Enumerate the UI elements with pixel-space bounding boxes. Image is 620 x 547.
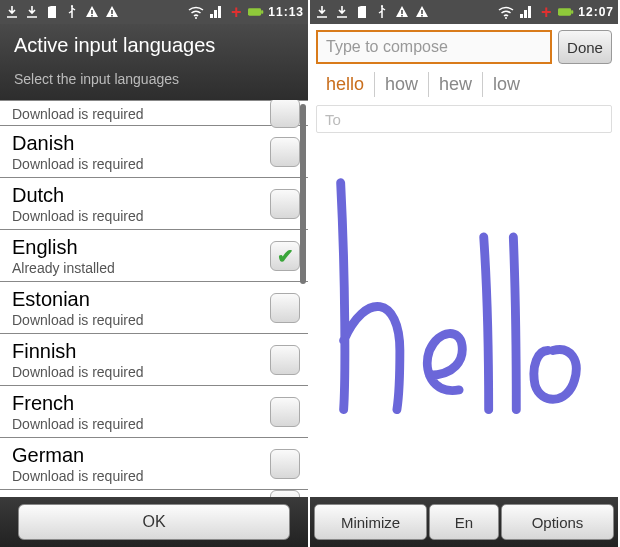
warning-icon xyxy=(394,4,410,20)
list-item[interactable]: Finnish Download is required xyxy=(0,334,308,386)
minimize-button[interactable]: Minimize xyxy=(314,504,427,540)
list-item-sub: Download is required xyxy=(12,106,270,122)
checkbox[interactable] xyxy=(270,490,300,497)
wifi-icon xyxy=(498,4,514,20)
svg-point-8 xyxy=(381,5,383,7)
download-icon xyxy=(24,4,40,20)
svg-rect-1 xyxy=(91,10,93,14)
list-item[interactable]: Download is required xyxy=(0,100,308,126)
list-item-name: English xyxy=(12,236,270,258)
list-item-sub: Download is required xyxy=(12,468,270,484)
list-item-name: Finnish xyxy=(12,340,270,362)
signal-icon xyxy=(518,4,534,20)
scrollbar[interactable] xyxy=(300,104,306,284)
to-field[interactable]: To xyxy=(316,105,612,133)
list-item[interactable]: Greek xyxy=(0,490,308,497)
list-item-name: Dutch xyxy=(12,184,270,206)
svg-rect-2 xyxy=(91,15,93,17)
battery-icon xyxy=(558,4,574,20)
suggestion-bar: hello how hew low xyxy=(310,70,618,99)
checkbox[interactable] xyxy=(270,241,300,271)
compose-input[interactable]: Type to compose xyxy=(316,30,552,64)
download-icon xyxy=(314,4,330,20)
checkbox[interactable] xyxy=(270,345,300,375)
checkbox[interactable] xyxy=(270,449,300,479)
list-item[interactable]: Danish Download is required xyxy=(0,126,308,178)
dialog-subtitle: Select the input languages xyxy=(14,71,294,87)
checkbox[interactable] xyxy=(270,100,300,128)
status-bar-left: + 11:13 xyxy=(0,0,308,24)
list-item-name: Estonian xyxy=(12,288,270,310)
checkbox[interactable] xyxy=(270,189,300,219)
checkbox[interactable] xyxy=(270,293,300,323)
suggestion[interactable]: how xyxy=(375,72,429,97)
signal-icon xyxy=(208,4,224,20)
download-icon xyxy=(4,4,20,20)
svg-rect-12 xyxy=(421,15,423,17)
ok-button[interactable]: OK xyxy=(18,504,289,540)
wifi-icon xyxy=(188,4,204,20)
handwriting-canvas[interactable] xyxy=(310,133,618,497)
compose-row: Type to compose Done xyxy=(310,24,618,70)
options-button[interactable]: Options xyxy=(501,504,614,540)
svg-rect-14 xyxy=(558,8,571,15)
dialog-header: Active input languages Select the input … xyxy=(0,24,308,100)
download-icon xyxy=(334,4,350,20)
svg-rect-4 xyxy=(111,15,113,17)
usb-icon xyxy=(374,4,390,20)
svg-rect-6 xyxy=(248,8,261,15)
list-item-sub: Download is required xyxy=(12,312,270,328)
svg-rect-3 xyxy=(111,10,113,14)
battery-icon xyxy=(248,4,264,20)
list-item-sub: Download is required xyxy=(12,364,270,380)
ime-bottom-bar: Minimize En Options xyxy=(310,497,618,547)
svg-point-0 xyxy=(71,5,73,7)
usb-icon xyxy=(64,4,80,20)
checkbox[interactable] xyxy=(270,397,300,427)
list-item-name: German xyxy=(12,444,270,466)
language-list[interactable]: Download is required Danish Download is … xyxy=(0,100,308,497)
list-item[interactable]: Dutch Download is required xyxy=(0,178,308,230)
list-item[interactable]: French Download is required xyxy=(0,386,308,438)
left-phone: + 11:13 Active input languages Select th… xyxy=(0,0,310,547)
clock: 12:07 xyxy=(578,5,614,19)
suggestion[interactable]: hew xyxy=(429,72,483,97)
plus-icon: + xyxy=(228,4,244,20)
svg-rect-9 xyxy=(401,10,403,14)
dialog-button-bar: OK xyxy=(0,497,308,547)
svg-rect-11 xyxy=(421,10,423,14)
list-item-sub: Download is required xyxy=(12,416,270,432)
language-button[interactable]: En xyxy=(429,504,499,540)
sd-card-icon xyxy=(354,4,370,20)
list-item[interactable]: German Download is required xyxy=(0,438,308,490)
plus-icon: + xyxy=(538,4,554,20)
suggestion[interactable]: low xyxy=(483,72,530,97)
status-bar-right: + 12:07 xyxy=(310,0,618,24)
right-phone: + 12:07 Type to compose Done hello how h… xyxy=(310,0,620,547)
compose-placeholder: Type to compose xyxy=(326,38,448,56)
list-item-name: Danish xyxy=(12,132,270,154)
warning-icon xyxy=(84,4,100,20)
done-button[interactable]: Done xyxy=(558,30,612,64)
to-placeholder: To xyxy=(325,111,341,128)
list-item[interactable]: English Already installed xyxy=(0,230,308,282)
list-item[interactable]: Estonian Download is required xyxy=(0,282,308,334)
suggestion[interactable]: hello xyxy=(316,72,375,97)
dialog-title: Active input languages xyxy=(14,34,294,57)
list-item-sub: Download is required xyxy=(12,208,270,224)
svg-rect-10 xyxy=(401,15,403,17)
checkbox[interactable] xyxy=(270,137,300,167)
svg-point-5 xyxy=(195,17,197,19)
svg-point-13 xyxy=(505,17,507,19)
sd-card-icon xyxy=(44,4,60,20)
svg-rect-15 xyxy=(571,10,573,14)
list-item-name: French xyxy=(12,392,270,414)
clock: 11:13 xyxy=(268,5,304,19)
list-item-sub: Download is required xyxy=(12,156,270,172)
warning-icon xyxy=(104,4,120,20)
handwriting-stroke xyxy=(316,163,612,459)
warning-icon xyxy=(414,4,430,20)
list-item-sub: Already installed xyxy=(12,260,270,276)
svg-rect-7 xyxy=(261,10,263,14)
